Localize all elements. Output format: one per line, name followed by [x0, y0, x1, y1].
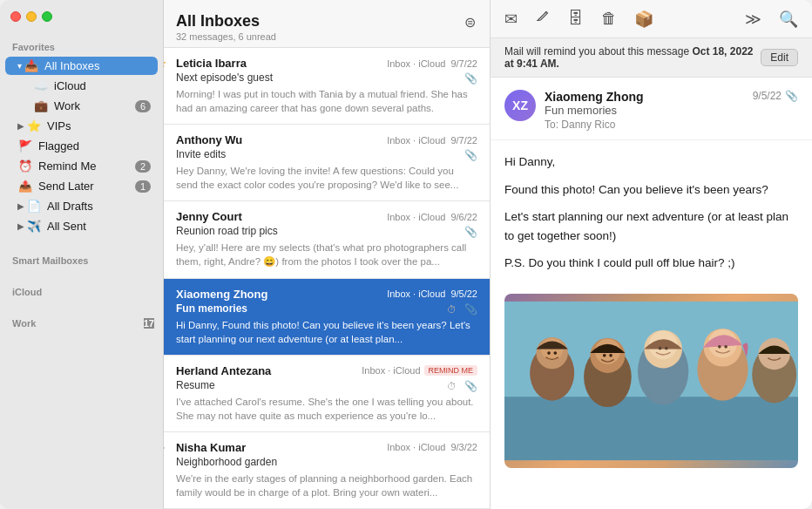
search-icon[interactable]: 🔍 [777, 8, 800, 31]
chevron-icon: ▶ [17, 221, 24, 231]
email-subject: Invite edits [176, 148, 226, 160]
compose-svg [535, 9, 551, 24]
email-date: 9/7/22 [450, 135, 477, 146]
remind-me-tag: REMIND ME [424, 365, 478, 376]
email-date: 9/7/22 [450, 58, 477, 69]
email-item-mid: Resume ⏱ 📎 [176, 379, 477, 393]
email-sender: Nisha Kumar [176, 441, 382, 454]
email-from-name: Xiaomeng Zhong [545, 90, 744, 104]
email-content: Hi Danny, Found this photo! Can you beli… [491, 140, 812, 294]
email-subject: Resume [176, 379, 215, 391]
sidebar-item-label: All Sent [47, 220, 151, 233]
sidebar-item-send-later[interactable]: 📤 Send Later 1 [5, 177, 158, 195]
diamond-icon: ◆ [164, 441, 165, 453]
email-item[interactable]: Jenny Court Inbox · iCloud 9/6/22 Reunio… [164, 201, 490, 278]
email-item[interactable]: Anthony Wu Inbox · iCloud 9/7/22 Invite … [164, 125, 490, 201]
body-line-4: P.S. Do you think I could pull off blue … [504, 254, 798, 273]
email-sender: Xiaomeng Zhong [176, 288, 382, 301]
close-button[interactable] [10, 11, 21, 22]
email-item-mid: Neighborhood garden [176, 456, 477, 470]
archive-icon[interactable]: 🗄 [566, 8, 585, 30]
flag-icon: 🚩 [17, 139, 33, 153]
email-item[interactable]: ★ Leticia Ibarra Inbox · iCloud 9/7/22 N… [164, 48, 490, 125]
sidebar-item-label: All Drafts [47, 200, 151, 213]
minimize-button[interactable] [26, 11, 37, 22]
email-list-header-text: All Inboxes 32 messages, 6 unread [176, 12, 276, 42]
email-inbox: Inbox · iCloud [387, 212, 445, 222]
more-icon[interactable]: ≫ [743, 8, 763, 31]
inbox-icon: 📥 [24, 59, 39, 72]
sidebar-item-flagged[interactable]: 🚩 Flagged [5, 137, 158, 155]
svg-point-20 [659, 347, 662, 350]
sidebar-item-remind-me[interactable]: ⏰ Remind Me 2 [5, 157, 158, 175]
cloud-icon: ☁️ [33, 79, 49, 92]
svg-point-23 [724, 345, 727, 349]
body-line-2: Found this photo! Can you believe it's b… [504, 180, 798, 200]
email-header-subject: Fun memories [545, 104, 744, 117]
email-preview: We're in the early stages of planning a … [176, 472, 477, 499]
sidebar-item-label: Remind Me [38, 159, 135, 173]
body-line-3: Let's start planning our next adventure … [504, 207, 798, 245]
clock-icon: ⏰ [17, 159, 33, 173]
email-list-subtitle: 32 messages, 6 unread [176, 31, 276, 42]
email-list: All Inboxes 32 messages, 6 unread ⊜ ★ Le… [164, 0, 491, 509]
email-item-top: Herland Antezana Inbox · iCloud REMIND M… [176, 364, 477, 377]
email-header-info: Xiaomeng Zhong Fun memories To: Danny Ri… [545, 90, 744, 131]
email-item[interactable]: ◆ Nisha Kumar Inbox · iCloud 9/3/22 Neig… [164, 432, 490, 509]
sidebar-item-label: Send Later [38, 180, 135, 193]
email-to: To: Danny Rico [545, 119, 744, 131]
attachment-icon: 📎 [464, 380, 477, 392]
sidebar-item-vips[interactable]: ▶ ⭐ VIPs [5, 117, 158, 135]
svg-point-16 [547, 351, 551, 355]
email-sender: Jenny Court [176, 210, 382, 223]
fullscreen-button[interactable] [42, 11, 52, 22]
work-section: Work 17 [0, 309, 163, 332]
send-later-badge: 1 [135, 180, 151, 193]
favorites-label: Favorites [0, 33, 163, 56]
sidebar-item-label: iCloud [54, 79, 151, 92]
traffic-lights [10, 11, 52, 22]
email-inbox: Inbox · iCloud [387, 58, 445, 69]
sidebar-item-icloud[interactable]: ☁️ iCloud [5, 77, 158, 95]
svg-point-18 [603, 354, 606, 357]
email-date: 9/6/22 [450, 212, 477, 222]
svg-rect-1 [504, 397, 798, 460]
trash-icon[interactable]: 🗑 [599, 8, 619, 30]
edit-button[interactable]: Edit [761, 49, 798, 66]
email-item-mid: Next episode's guest 📎 [176, 71, 477, 85]
clock-icon: ⏱ [447, 381, 457, 391]
sidebar-item-all-inboxes[interactable]: ▾ 📥 All Inboxes [5, 57, 158, 75]
svg-point-21 [665, 347, 668, 350]
email-header-top: XZ Xiaomeng Zhong Fun memories To: Danny… [504, 90, 798, 131]
group-photo-svg [504, 294, 798, 468]
icloud-section-label: iCloud [0, 278, 163, 301]
svg-point-15 [758, 338, 789, 370]
svg-point-17 [553, 351, 557, 355]
chevron-icon: ▾ [17, 61, 22, 71]
email-item[interactable]: Herland Antezana Inbox · iCloud REMIND M… [164, 356, 490, 432]
attachment-icon: 📎 [464, 72, 477, 85]
sidebar-item-work[interactable]: 💼 Work 6 [5, 97, 158, 115]
sidebar-item-label: VIPs [47, 119, 151, 132]
move-icon[interactable]: 📦 [633, 8, 655, 31]
email-list-body: ★ Leticia Ibarra Inbox · iCloud 9/7/22 N… [164, 48, 490, 509]
email-item-selected[interactable]: Xiaomeng Zhong Inbox · iCloud 9/5/22 Fun… [164, 279, 490, 356]
email-sender: Herland Antezana [176, 364, 356, 377]
body-line-1: Hi Danny, [504, 153, 798, 172]
email-subject: Fun memories [176, 302, 247, 315]
filter-icon[interactable]: ⊜ [463, 12, 477, 32]
email-item-top: Anthony Wu Inbox · iCloud 9/7/22 [176, 133, 477, 146]
email-inbox: Inbox · iCloud [387, 135, 445, 146]
email-date: 9/5/22 [450, 288, 477, 299]
sidebar-item-all-sent[interactable]: ▶ ✈️ All Sent [5, 217, 158, 235]
reminder-message: Mail will remind you about this message [504, 45, 689, 58]
compose-icon[interactable]: ✉ [503, 8, 519, 31]
mail-window: Favorites ▾ 📥 All Inboxes ☁️ iCloud 💼 Wo… [0, 0, 812, 509]
sidebar-item-all-drafts[interactable]: ▶ 📄 All Drafts [5, 197, 158, 215]
sidebar: Favorites ▾ 📥 All Inboxes ☁️ iCloud 💼 Wo… [0, 0, 164, 509]
sidebar-item-label: Flagged [38, 139, 151, 153]
new-message-icon[interactable] [533, 7, 552, 31]
email-date: 9/3/22 [450, 442, 477, 452]
email-item-mid: Fun memories ⏱ 📎 [176, 302, 477, 316]
clock-icon: ⏱ [447, 304, 457, 315]
